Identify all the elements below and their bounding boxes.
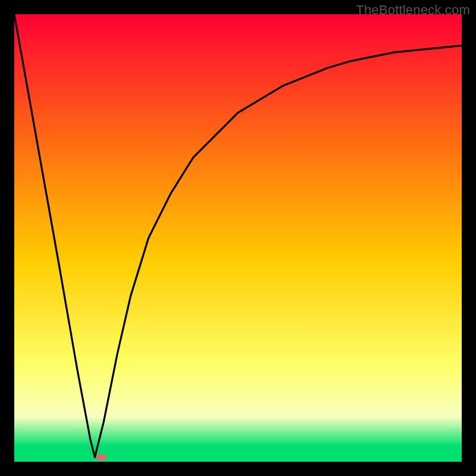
bottleneck-chart — [14, 14, 462, 462]
chart-frame — [14, 14, 462, 462]
optimum-marker — [96, 454, 107, 461]
watermark-text: TheBottleneck.com — [356, 2, 470, 18]
